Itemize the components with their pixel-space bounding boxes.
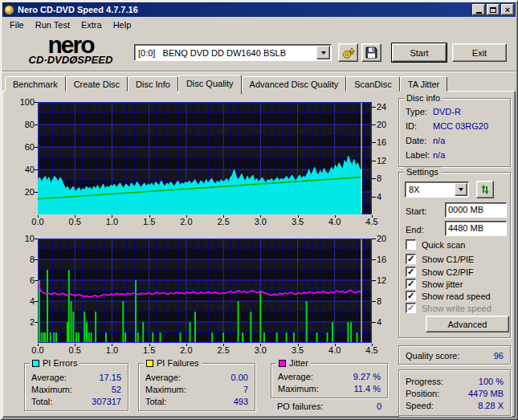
axis-tick: 2.0 [174, 345, 198, 355]
drive-select-dropdown-button[interactable] [316, 46, 330, 59]
show-write-speed-label: Show write speed [422, 304, 491, 313]
show-c2-pif-checkbox[interactable]: ✓ [406, 267, 416, 277]
axis-tick: 0.0 [26, 345, 50, 355]
menu-file[interactable]: File [4, 18, 30, 31]
axis-tick [35, 169, 38, 170]
refresh-icon [479, 184, 491, 195]
axis-tick: 8 [377, 296, 396, 306]
end-position-field[interactable]: 4480 MB [445, 221, 507, 236]
progress-box: Progress:100 % Position:4479 MB Speed:8.… [398, 369, 511, 416]
axis-tick [35, 259, 38, 260]
axis-tick [372, 259, 376, 260]
start-position-field[interactable]: 0000 MB [445, 202, 507, 218]
axis-tick [372, 124, 376, 125]
axis-tick [335, 344, 336, 346]
tab-ta-jitter[interactable]: TA Jitter [400, 76, 448, 92]
axis-tick: 6 [14, 275, 35, 285]
tab-benchmark[interactable]: Benchmark [5, 76, 66, 92]
drive-select[interactable]: [0:0] BENQ DVD DD DW1640 BSLB [134, 44, 332, 61]
jitter-maximum-row: Maximum:11.4 % [278, 383, 381, 393]
pi-errors-chart: 2040608010048121620240.00.51.01.52.02.53… [38, 102, 372, 214]
axis-tick [372, 215, 373, 218]
pi-failures-chart-canvas [38, 239, 372, 343]
axis-tick [35, 322, 38, 323]
speed-select-dropdown-button[interactable] [455, 183, 467, 196]
axis-tick [260, 344, 261, 346]
disc-type-row: Type:DVD-R [406, 106, 504, 116]
jitter-box: Jitter Average:9.27 % Maximum:11.4 % [271, 363, 388, 398]
axis-tick [38, 215, 39, 218]
axis-tick [372, 178, 376, 179]
axis-tick [186, 344, 187, 346]
show-read-speed-label: Show read speed [422, 292, 491, 301]
start-position-label: Start: [406, 206, 426, 216]
tab-disc-quality[interactable]: Disc Quality [178, 75, 242, 94]
axis-tick [112, 344, 112, 346]
axis-tick: 1.0 [100, 217, 124, 226]
start-button-label: Start [410, 48, 428, 58]
axis-tick: 3.5 [286, 345, 310, 355]
eject-button[interactable] [338, 43, 358, 62]
refresh-button[interactable] [476, 181, 494, 198]
axis-tick [35, 280, 38, 281]
nero-logo: nero CD·DVDØSPEED [11, 35, 130, 69]
show-c1-pie-checkbox[interactable]: ✓ [406, 254, 416, 264]
minimize-button[interactable] [472, 4, 485, 15]
pi-errors-box: PI Errors Average:17.15 Maximum:52 Total… [24, 363, 128, 411]
menu-bar: File Run Test Extra Help [2, 17, 516, 32]
axis-tick: 4.5 [360, 345, 384, 355]
tab-disc-info[interactable]: Disc Info [128, 76, 178, 92]
speed-select-value: 8X [406, 185, 455, 194]
axis-tick: 4.0 [323, 217, 347, 226]
axis-tick [260, 215, 261, 218]
pi-failures-average-row: Average:0.00 [145, 372, 248, 382]
save-button[interactable] [361, 43, 381, 62]
progress-row: Progress:100 % [406, 376, 504, 386]
toolbar-separator [2, 71, 516, 72]
start-button[interactable]: Start [392, 43, 447, 62]
menu-help[interactable]: Help [108, 18, 137, 31]
show-read-speed-checkbox[interactable]: ✓ [406, 291, 416, 301]
axis-tick [372, 239, 376, 239]
pi-errors-chart-canvas [38, 102, 372, 214]
axis-tick [223, 344, 224, 346]
end-position-label: End: [406, 225, 424, 234]
axis-tick [149, 344, 150, 346]
axis-tick: 10 [14, 234, 35, 243]
axis-tick: 20 [14, 187, 35, 197]
pi-failures-legend-chip [146, 360, 153, 367]
maximize-button[interactable] [487, 4, 500, 15]
chevron-down-icon [459, 188, 463, 191]
menu-extra[interactable]: Extra [75, 18, 108, 31]
axis-tick [186, 215, 187, 218]
axis-tick: 2.5 [211, 345, 235, 355]
advanced-button[interactable]: Advanced [426, 316, 509, 332]
show-c2-pif-row: ✓ Show C2/PIF [406, 267, 474, 277]
axis-tick: 24 [377, 102, 396, 112]
disc-id-row: ID:MCC 03RG20 [406, 120, 504, 131]
show-c1-pie-row: ✓ Show C1/PIE [406, 254, 474, 264]
drive-select-value: [0:0] BENQ DVD DD DW1640 BSLB [135, 48, 316, 58]
tab-advanced-disc-quality[interactable]: Advanced Disc Quality [242, 76, 347, 92]
speed-select[interactable]: 8X [405, 181, 469, 198]
show-jitter-checkbox[interactable]: ✓ [406, 279, 416, 289]
axis-tick [372, 344, 373, 346]
menu-run-test[interactable]: Run Test [30, 18, 75, 31]
axis-tick: 2 [14, 317, 35, 327]
axis-tick: 0.0 [26, 217, 50, 226]
axis-tick [372, 142, 376, 143]
quick-scan-checkbox[interactable] [406, 239, 416, 250]
exit-button[interactable]: Exit [452, 43, 507, 62]
position-row: Position:4479 MB [406, 388, 504, 398]
tab-create-disc[interactable]: Create Disc [66, 76, 128, 92]
axis-tick: 8 [377, 173, 396, 183]
quick-scan-row: Quick scan [406, 239, 465, 250]
disc-label-row: Label:n/a [406, 149, 504, 160]
show-write-speed-checkbox[interactable]: ✓ [406, 303, 416, 313]
pi-failures-total-row: Total:493 [145, 396, 248, 406]
tab-scandisc[interactable]: ScanDisc [346, 76, 399, 92]
axis-tick [223, 215, 224, 218]
close-button[interactable]: × [501, 4, 514, 15]
pi-failures-box: PI Failures Average:0.00 Maximum:7 Total… [138, 363, 255, 411]
axis-tick [372, 322, 376, 323]
